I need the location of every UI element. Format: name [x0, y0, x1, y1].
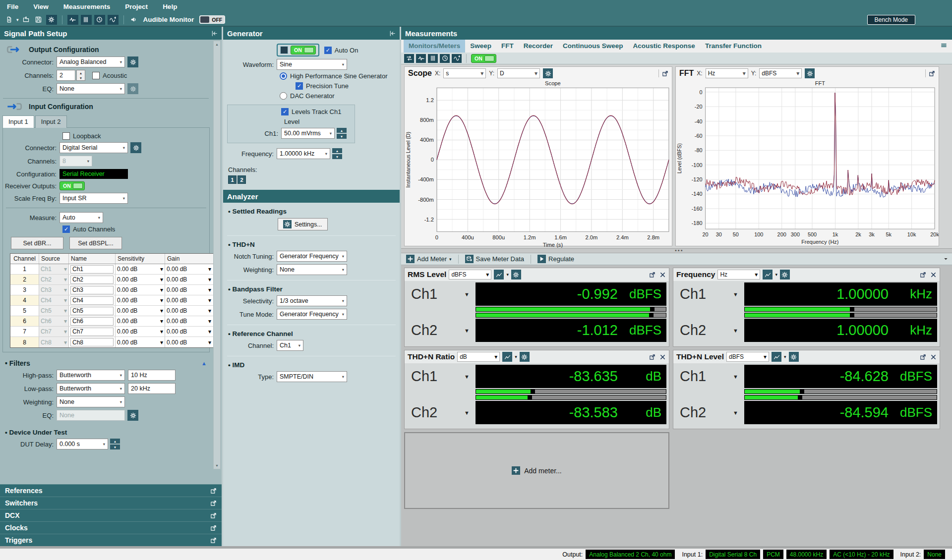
notch-tuning-select[interactable]: Generator Frequency▾: [277, 251, 347, 262]
waveform-select[interactable]: Sine▾: [277, 59, 347, 70]
gain-select[interactable]: 0.00 dB▾: [165, 316, 213, 326]
monitors-on-toggle[interactable]: ON: [471, 54, 496, 63]
output-connector-select[interactable]: Analog Balanced▾: [57, 56, 125, 67]
output-channels-input[interactable]: 2: [57, 70, 75, 81]
imd-type-select[interactable]: SMPTE/DIN▾: [277, 371, 347, 382]
gain-select[interactable]: 0.00 dB▾: [165, 275, 213, 284]
add-meter-placeholder[interactable]: Add meter...: [404, 432, 669, 509]
name-input[interactable]: Ch8: [70, 338, 114, 346]
filters-collapse-icon[interactable]: ▲: [201, 360, 207, 366]
scope-view-icon[interactable]: [416, 54, 426, 63]
scale-freq-select[interactable]: Input SR▾: [60, 193, 128, 204]
ch1-level-input[interactable]: 50.00 mVrms▾: [281, 128, 335, 139]
dut-delay-stepper[interactable]: ▲▼: [110, 439, 120, 449]
tab-recorder[interactable]: Recorder: [519, 40, 558, 53]
meter-close-icon[interactable]: [659, 354, 666, 360]
popout-icon[interactable]: [210, 512, 217, 519]
channels-stepper[interactable]: ▲▼: [76, 70, 85, 81]
high-pass-freq-input[interactable]: 10 Hz: [128, 370, 176, 381]
set-dbr-button[interactable]: Set dBR...: [11, 237, 63, 249]
scope-y-select[interactable]: D▾: [497, 68, 540, 78]
name-input[interactable]: Ch1: [70, 265, 114, 274]
ref-channel-select[interactable]: Ch1▾: [277, 340, 303, 351]
new-project-icon[interactable]: [4, 15, 14, 25]
weighting-select[interactable]: None▾: [57, 396, 125, 407]
meter-popout-icon[interactable]: [920, 272, 926, 278]
meter-channel-label[interactable]: Ch2▼: [407, 319, 476, 342]
meter-close-icon[interactable]: [930, 354, 937, 360]
menu-help[interactable]: Help: [163, 3, 177, 10]
meter-unit-select[interactable]: dBFS▾: [449, 270, 491, 280]
section-triggers[interactable]: Triggers: [0, 534, 222, 546]
settings-icon[interactable]: [46, 15, 57, 25]
gain-select[interactable]: 0.00 dB▾: [165, 327, 213, 336]
frequency-input[interactable]: 1.00000 kHz▾: [277, 148, 330, 159]
generator-on-control[interactable]: ON: [277, 44, 319, 56]
bars-view-icon[interactable]: [428, 54, 438, 63]
sensitivity-select[interactable]: 0.00 dB▾: [116, 285, 165, 295]
open-project-icon[interactable]: [21, 15, 31, 25]
name-input[interactable]: Ch7: [70, 328, 114, 336]
frequency-stepper[interactable]: ▲▼: [332, 148, 342, 159]
generator-stop-button[interactable]: [280, 46, 288, 54]
output-eq-select[interactable]: None▾: [57, 83, 125, 94]
ch1-level-stepper[interactable]: ▲▼: [337, 128, 347, 139]
collapse-generator-icon[interactable]: [389, 30, 396, 37]
sensitivity-select[interactable]: 0.00 dB▾: [116, 327, 165, 336]
set-dbspl-button[interactable]: Set dBSPL...: [69, 237, 122, 249]
meters-scroll-down-icon[interactable]: [943, 256, 949, 262]
graphs-meters-splitter[interactable]: •••: [401, 249, 952, 253]
bar-meters-icon[interactable]: [81, 15, 92, 25]
gain-select[interactable]: 0.00 dB▾: [165, 306, 213, 316]
trend-chart-icon[interactable]: [494, 270, 504, 280]
tab-input-1[interactable]: Input 1: [2, 115, 34, 128]
tab-menu-icon[interactable]: [941, 42, 947, 49]
tab-monitors-meters[interactable]: Monitors/Meters: [404, 40, 465, 53]
fft-settings-icon[interactable]: [805, 68, 815, 78]
tab-continuous-sweep[interactable]: Continuous Sweep: [558, 40, 628, 53]
trend-chart-icon[interactable]: [772, 352, 781, 362]
tab-sweep[interactable]: Sweep: [465, 40, 496, 53]
tab-acoustic-response[interactable]: Acoustic Response: [628, 40, 700, 53]
receiver-outputs-toggle[interactable]: ON: [60, 181, 85, 190]
fft-popout-icon[interactable]: [929, 70, 935, 77]
meter-channel-label[interactable]: Ch1▼: [407, 365, 476, 388]
meter-settings-icon[interactable]: [520, 352, 530, 362]
trend-dropdown-icon[interactable]: ▾: [515, 354, 517, 359]
menu-project[interactable]: Project: [125, 3, 148, 10]
scope-popout-icon[interactable]: [662, 70, 668, 77]
generator-on-toggle[interactable]: ON: [291, 46, 316, 55]
analyzer-weighting-select[interactable]: None▾: [277, 264, 347, 275]
clock-view-icon[interactable]: [440, 54, 450, 63]
signal-generator-icon[interactable]: [108, 15, 119, 25]
trend-dropdown-icon[interactable]: ▾: [775, 272, 777, 277]
scope-settings-icon[interactable]: [543, 68, 553, 78]
gen-channel-2-button[interactable]: 2: [238, 175, 246, 184]
meter-popout-icon[interactable]: [649, 272, 655, 278]
meter-channel-label[interactable]: Ch2▼: [676, 319, 744, 342]
section-clocks[interactable]: Clocks: [0, 521, 222, 534]
dac-generator-radio[interactable]: [280, 92, 287, 100]
filters-eq-gear-icon[interactable]: [127, 410, 138, 421]
name-input[interactable]: Ch4: [70, 296, 114, 305]
menu-view[interactable]: View: [33, 3, 49, 10]
meter-popout-icon[interactable]: [920, 354, 926, 360]
clock-icon[interactable]: [94, 15, 105, 25]
save-project-icon[interactable]: [34, 15, 44, 25]
popout-icon[interactable]: [210, 537, 217, 544]
meter-settings-icon[interactable]: [789, 352, 799, 362]
tune-mode-select[interactable]: Generator Frequency▾: [277, 309, 347, 320]
output-connector-gear-icon[interactable]: [127, 56, 138, 67]
auto-on-checkbox[interactable]: ✓: [324, 47, 332, 54]
precision-tune-checkbox[interactable]: ✓: [296, 82, 303, 90]
meter-popout-icon[interactable]: [649, 354, 655, 360]
gain-select[interactable]: 0.00 dB▾: [165, 285, 213, 295]
meter-unit-select[interactable]: Hz▾: [717, 270, 760, 280]
fft-y-select[interactable]: dBFS▾: [759, 68, 802, 78]
section-switchers[interactable]: Switchers: [0, 497, 222, 509]
output-eq-gear-icon[interactable]: [127, 83, 138, 94]
gen-channel-1-button[interactable]: 1: [228, 175, 237, 184]
popout-icon[interactable]: [210, 488, 217, 494]
sensitivity-select[interactable]: 0.00 dB▾: [116, 316, 165, 326]
scope-x-select[interactable]: s▾: [443, 68, 486, 78]
